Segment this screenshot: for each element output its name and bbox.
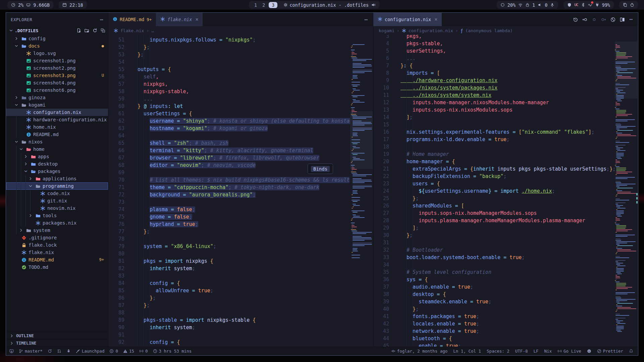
code-line-14[interactable]: 14 ]; bbox=[373, 114, 615, 121]
code-line-74[interactable]: 74 plasma = false; bbox=[108, 206, 350, 213]
code-line-53[interactable]: 53 }; bbox=[108, 51, 350, 58]
code-line-45[interactable]: 45 enable = true; bbox=[373, 342, 615, 347]
code-line-57[interactable]: 57 nixpkgs, bbox=[108, 80, 350, 88]
warnings-indicator[interactable]: 15 bbox=[123, 349, 134, 354]
left-editor-more-actions-button[interactable]: ⋯ bbox=[364, 16, 368, 23]
sync-button[interactable] bbox=[48, 349, 52, 353]
code-line-70[interactable]: 70 # List all themes: $ nix build nixpkg… bbox=[108, 176, 350, 184]
chevron-down-icon[interactable] bbox=[9, 28, 13, 33]
code-line-90[interactable]: 90 inherit system; bbox=[108, 324, 350, 331]
code-line-11[interactable]: 11 ../nixos/system/system.nix bbox=[373, 92, 615, 99]
chevron-right-icon[interactable] bbox=[18, 228, 24, 233]
code-line-5[interactable]: 5 userSettings, bbox=[373, 47, 615, 55]
tab-readme[interactable]: README.md9+ bbox=[108, 13, 156, 26]
code-line-25[interactable]: 25 }; bbox=[373, 195, 615, 202]
flake-code-editor[interactable]: 51 inputs.nixpkgs.follows = "nixpkgs";52… bbox=[108, 35, 350, 347]
code-line-34[interactable]: 34 bbox=[373, 261, 615, 268]
minimap-slider[interactable] bbox=[350, 111, 373, 169]
tree-item-readme-md[interactable]: README.md9+ bbox=[6, 256, 108, 263]
tab-flake[interactable]: flake.nix× bbox=[156, 13, 203, 26]
explorer-more-actions-button[interactable]: ⋯ bbox=[100, 16, 103, 23]
chevron-down-icon[interactable] bbox=[14, 44, 19, 48]
chevron-down-icon[interactable] bbox=[23, 169, 29, 174]
tree-item-packages-nix[interactable]: packages.nix bbox=[6, 219, 108, 227]
tree-item-flake-nix[interactable]: flake.nix bbox=[6, 249, 108, 256]
configuration-code-editor[interactable]: 3 pkgs,4 pkgs-stable,5 userSettings,6 ..… bbox=[373, 35, 615, 347]
tree-item-home-nix[interactable]: home.nix bbox=[6, 123, 108, 131]
code-line-27[interactable]: 27 inputs.sops-nix.homeManagerModules.so… bbox=[373, 209, 615, 217]
code-line-62[interactable]: 62 username = "shinya"; # konsta or shin… bbox=[108, 117, 350, 125]
right-minimap[interactable] bbox=[615, 35, 637, 347]
cursor-position-indicator[interactable]: Ln 1, Col 1 bbox=[453, 349, 481, 354]
prettier-button[interactable]: Prettier bbox=[597, 349, 623, 354]
code-line-15[interactable]: 15 bbox=[373, 121, 615, 128]
code-line-41[interactable]: 41 fonts.packages = true; bbox=[373, 313, 615, 320]
tree-item-home[interactable]: home bbox=[6, 145, 108, 153]
code-line-92[interactable]: 92 config = { bbox=[108, 339, 350, 346]
tree-item-configuration-nix[interactable]: configuration.nix bbox=[6, 109, 108, 116]
tree-item-logo-svg[interactable]: logo.svg bbox=[6, 50, 108, 57]
code-line-64[interactable]: 64 bbox=[108, 132, 350, 139]
code-line-28[interactable]: 28 inputs.plasma-manager.homeManagerModu… bbox=[373, 217, 615, 224]
breadcrumb-folder[interactable]: kogami bbox=[379, 28, 394, 33]
code-line-83[interactable]: 83 bbox=[108, 272, 350, 280]
tree-item-screenshot4-png[interactable]: screenshot4.png bbox=[6, 79, 108, 86]
code-line-32[interactable]: 32 # Bootloader bbox=[373, 246, 615, 254]
code-line-38[interactable]: 38 desktop = { bbox=[373, 291, 615, 298]
chevron-down-icon[interactable] bbox=[14, 139, 19, 144]
breadcrumb-symbol[interactable]: (anonymous lambda) bbox=[466, 28, 513, 33]
eol-indicator[interactable]: LF bbox=[533, 349, 538, 354]
tree-item-system[interactable]: system bbox=[6, 227, 108, 234]
tree-item-applications[interactable]: applications bbox=[6, 175, 108, 182]
session-pill[interactable] bbox=[619, 1, 638, 9]
code-line-36[interactable]: 36 sys = { bbox=[373, 276, 615, 283]
code-line-66[interactable]: 66 terminal = "kitty"; # kitty, alacritt… bbox=[108, 147, 350, 154]
chevron-down-icon[interactable] bbox=[18, 147, 24, 152]
code-line-12[interactable]: 12 inputs.home-manager.nixosModules.home… bbox=[373, 99, 615, 106]
speaker-muted-icon[interactable] bbox=[371, 3, 376, 7]
code-line-33[interactable]: 33 boot.loader.systemd-boot.enable = tru… bbox=[373, 254, 615, 261]
tree-item-git-nix[interactable]: git.nix bbox=[6, 197, 108, 204]
code-line-79[interactable]: 79 system = "x86_64-linux"; bbox=[108, 243, 350, 250]
more-icon[interactable]: ⋯ bbox=[629, 17, 633, 22]
code-line-88[interactable]: 88 bbox=[108, 309, 350, 316]
errors-indicator[interactable]: 0 bbox=[109, 349, 118, 354]
tree-item-apps[interactable]: apps bbox=[6, 153, 108, 160]
tree-item-packages[interactable]: packages bbox=[6, 168, 108, 175]
pull-request-button[interactable] bbox=[57, 349, 61, 353]
chevron-right-icon[interactable] bbox=[28, 176, 33, 181]
chevron-right-icon[interactable] bbox=[28, 213, 33, 218]
code-line-22[interactable]: 22 backupFileExtension = "backup"; bbox=[373, 173, 615, 180]
code-line-10[interactable]: 10 ../nixos/system/packages.nix bbox=[373, 84, 615, 92]
code-line-9[interactable]: 9 ./hardware-configuration.nix bbox=[373, 77, 615, 84]
code-line-3[interactable]: 3 pkgs, bbox=[373, 35, 615, 40]
code-line-60[interactable]: 60 } @ inputs: let bbox=[108, 103, 350, 110]
code-line-59[interactable]: 59 ... bbox=[108, 95, 350, 103]
tree-item-readme-md[interactable]: README.md bbox=[6, 131, 108, 138]
close-tab-icon[interactable]: × bbox=[195, 16, 198, 22]
circle-icon[interactable] bbox=[592, 17, 597, 22]
notifications-button[interactable] bbox=[629, 349, 633, 353]
tree-item-programming[interactable]: programming bbox=[6, 182, 108, 190]
code-line-56[interactable]: 56 self, bbox=[108, 73, 350, 80]
code-line-55[interactable]: 55 outputs = { bbox=[108, 66, 350, 73]
code-line-35[interactable]: 35 # System level configuration bbox=[373, 268, 615, 276]
code-line-82[interactable]: 82 inherit system; bbox=[108, 265, 350, 272]
code-line-61[interactable]: 61 userSettings = { bbox=[108, 110, 350, 117]
tree-item-screenshot3-png[interactable]: screenshot3.pngU bbox=[6, 72, 108, 79]
minimap-slider[interactable] bbox=[615, 42, 637, 99]
chevron-right-icon[interactable] bbox=[23, 162, 29, 166]
code-line-31[interactable]: 31 bbox=[373, 239, 615, 246]
launchpad-button[interactable]: Launchpad bbox=[76, 349, 105, 354]
next-change-icon[interactable] bbox=[601, 17, 606, 22]
code-line-19[interactable]: 19 # Home manager bbox=[373, 150, 615, 158]
chevron-right-icon[interactable] bbox=[23, 154, 29, 159]
gitlens-icon[interactable] bbox=[610, 17, 615, 22]
code-line-84[interactable]: 84 config = { bbox=[108, 280, 350, 287]
tree-item-screenshot1-png[interactable]: screenshot1.png bbox=[6, 57, 108, 64]
encoding-indicator[interactable]: UTF-8 bbox=[515, 349, 528, 354]
power-icon[interactable] bbox=[630, 3, 634, 7]
code-line-23[interactable]: 23 users = { bbox=[373, 180, 615, 187]
prev-change-icon[interactable] bbox=[582, 17, 587, 22]
workspace-1[interactable]: 1 bbox=[253, 2, 259, 8]
